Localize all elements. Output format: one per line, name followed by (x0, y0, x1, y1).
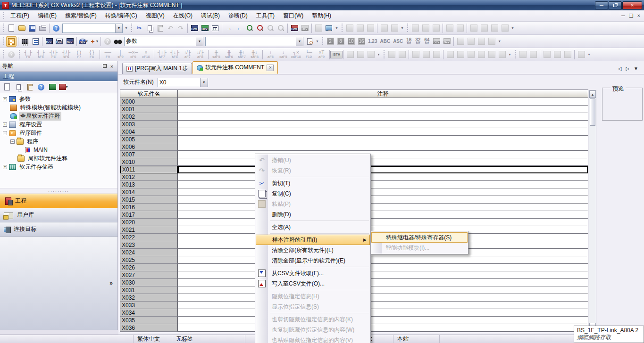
device-name-cell[interactable]: X004 (120, 128, 178, 136)
serial-block-icon[interactable] (455, 23, 465, 33)
comment-cell[interactable] (178, 264, 588, 271)
sort-desc-icon[interactable] (528, 49, 538, 60)
device-name-cell[interactable]: X014 (120, 188, 178, 196)
toolbar-grip[interactable] (130, 24, 133, 33)
submenu-item[interactable]: 特殊继电器/特殊寄存器(S) (371, 232, 468, 243)
device-name-cell[interactable]: X021 (120, 226, 178, 234)
menu-item-3[interactable]: 转换/编译(C) (101, 10, 142, 21)
context-help-icon[interactable] (102, 36, 113, 47)
toolbar-overflow-icon[interactable]: ▾ (586, 49, 592, 60)
menu-item-4[interactable]: 视图(V) (142, 10, 169, 21)
tree-expander-icon[interactable]: − (3, 131, 7, 135)
device-name-cell[interactable]: X020 (120, 219, 178, 226)
cut-icon[interactable] (134, 23, 144, 33)
parallel-block-icon[interactable] (444, 23, 455, 33)
comment-cell[interactable] (178, 286, 588, 294)
vertical-scrollbar[interactable]: ▲ ▼ (589, 90, 596, 331)
find-keyword-combo[interactable]: ▼ (205, 37, 303, 46)
ladder-F10-icon[interactable]: └─F10 (302, 49, 315, 60)
comment-cell[interactable] (178, 158, 588, 166)
tab-scroll-left-icon[interactable]: ◁ (618, 66, 622, 71)
project-combo[interactable]: ▼ (62, 24, 123, 33)
tab-scroll-right-icon[interactable]: ▷ (626, 66, 629, 71)
comment-cell[interactable] (178, 196, 588, 204)
context-menu-item[interactable]: 全选(A) (256, 222, 370, 232)
comment-cell[interactable] (178, 188, 588, 196)
menu-item-8[interactable]: 工具(T) (252, 10, 279, 21)
display-decimal-icon[interactable]: 10 (346, 36, 356, 47)
toolbar-overflow-icon[interactable]: ▾ (507, 49, 512, 60)
clock-icon[interactable] (497, 49, 507, 60)
ladder-caF5-icon[interactable]: ↓caF5 (277, 49, 290, 60)
device-name-cell[interactable]: X023 (120, 241, 178, 249)
device-next-icon[interactable] (466, 36, 476, 47)
find-target-combo[interactable]: 参数▼ (124, 37, 203, 46)
toolbar-overflow-icon[interactable]: ▾ (400, 23, 405, 33)
comment-cell[interactable] (178, 143, 588, 151)
device-search-icon[interactable]: Dev (189, 23, 200, 33)
break2-icon[interactable] (455, 49, 466, 60)
task-list-icon[interactable] (30, 36, 41, 47)
device-name-cell[interactable]: X025 (120, 256, 178, 264)
inline-st-icon[interactable] (345, 49, 355, 60)
device-name-cell[interactable]: X036 (120, 324, 178, 332)
device-name-cell[interactable]: X000 (120, 98, 178, 106)
ladder-F9-icon[interactable]: ──F9 (101, 49, 114, 60)
context-menu-item[interactable]: 恢复(R) (256, 165, 370, 176)
filter-reset-icon[interactable] (562, 49, 573, 60)
statement-icon[interactable] (344, 23, 355, 33)
zoom-select-icon[interactable]: ▼ (89, 36, 99, 47)
toolbar-grip[interactable] (514, 50, 516, 59)
comment-cell[interactable] (178, 309, 588, 317)
display-binary-icon[interactable]: 2 (325, 36, 335, 47)
filter-icon[interactable] (542, 49, 552, 60)
device-name-cell[interactable]: X010 (120, 158, 178, 166)
context-menu-item[interactable]: 删除(D) (256, 209, 370, 220)
watch-stop-icon[interactable] (431, 49, 442, 60)
ladder-F5-icon[interactable]: ┤ ├F5 (22, 49, 34, 60)
view-button-用户库[interactable]: 用户库 (0, 208, 117, 222)
device-next2-icon[interactable] (486, 36, 497, 47)
comment-cell[interactable] (178, 256, 588, 264)
comment-cell[interactable] (178, 173, 588, 181)
device-prev2-icon[interactable] (476, 36, 486, 47)
tree-item[interactable]: 全局软元件注释 (0, 112, 117, 120)
display-real-icon[interactable]: 1.23 (368, 39, 377, 44)
device-name-cell[interactable]: X013 (120, 181, 178, 188)
navigation-toggle-icon[interactable] (6, 36, 17, 47)
device-name-cell[interactable]: X011 (120, 166, 178, 173)
toolbar-overflow-icon[interactable]: ▾ (497, 36, 502, 47)
paste-data-icon[interactable] (25, 82, 35, 92)
tree-expander-icon[interactable]: + (3, 97, 7, 101)
new-project-icon[interactable] (6, 23, 17, 33)
comment-cell[interactable] (178, 136, 588, 143)
break3-icon[interactable] (466, 49, 476, 60)
tree-item[interactable]: +参数 (0, 95, 117, 103)
close-button[interactable]: × (622, 1, 642, 9)
context-menu-item[interactable]: 清除全部(所有软元件)(L) (256, 245, 370, 255)
comment-cell[interactable] (178, 204, 588, 211)
device-name-cell[interactable]: X031 (120, 286, 178, 294)
comment-cell[interactable] (178, 166, 588, 173)
comment-cell[interactable] (178, 181, 588, 188)
context-menu-item[interactable]: 撤销(U) (256, 155, 370, 165)
toolbar-overflow-icon[interactable]: ▾ (334, 23, 339, 33)
step-run-icon[interactable] (386, 49, 397, 60)
comment-cell[interactable] (178, 128, 588, 136)
submenu-item[interactable]: 智能功能模块(I)... (371, 243, 468, 253)
combo-dropdown-icon[interactable]: ▼ (296, 37, 303, 46)
help-icon[interactable] (51, 23, 61, 33)
context-menu-item[interactable]: 复制(C) (256, 188, 370, 199)
tree-expander-icon[interactable]: − (10, 139, 15, 144)
ladder-sF9-icon[interactable]: │sF9 (114, 49, 127, 60)
ladder-cF9-icon[interactable]: ─×─cF9 (127, 49, 140, 60)
context-menu-item[interactable]: 粘贴(P) (256, 199, 370, 209)
compile-icon[interactable] (479, 23, 489, 33)
comment-cell[interactable] (178, 271, 588, 279)
edit-block-icon[interactable] (431, 23, 441, 33)
view-button-工程[interactable]: 工程 (0, 194, 117, 208)
mdi-minimize-button[interactable]: ─ (621, 13, 625, 18)
ladder-saF8-icon[interactable]: ╫↓saF8 (248, 49, 261, 60)
toolbar-overflow-icon[interactable]: ▾ (376, 49, 381, 60)
monitor-resume-icon[interactable] (276, 23, 286, 33)
